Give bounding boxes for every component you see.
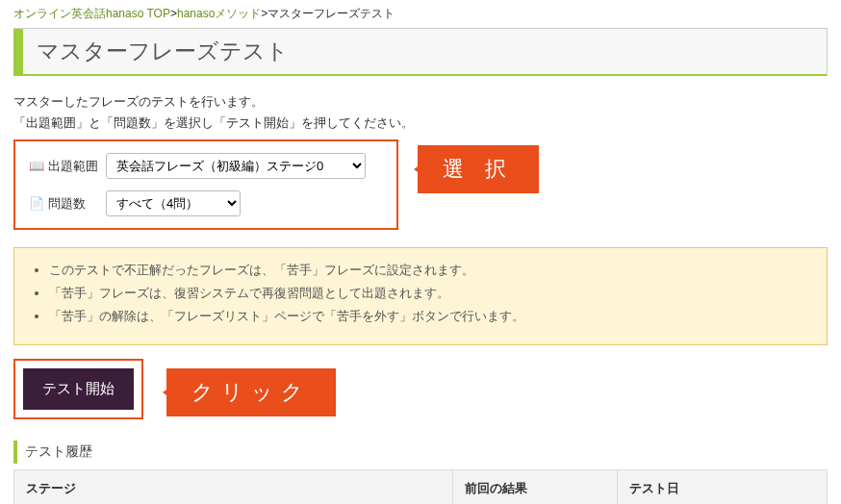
breadcrumb-sep: > <box>170 7 177 20</box>
range-label: 📖 出題範囲 <box>29 158 106 175</box>
book-icon: 📖 <box>29 159 44 173</box>
description: マスターしたフレーズのテストを行います。 「出題範囲」と「問題数」を選択し「テス… <box>0 86 841 139</box>
callout-select: 選 択 <box>418 145 539 193</box>
count-label: 📄 問題数 <box>29 195 106 213</box>
page-title-wrap: マスターフレーズテスト <box>13 28 828 76</box>
info-item: 「苦手」フレーズは、復習システムで再復習問題として出題されます。 <box>49 285 809 302</box>
title-accent-bar <box>13 29 23 74</box>
selection-form-box: 📖 出題範囲 英会話フレーズ（初級編）ステージ0 📄 問題数 すべて（4問） <box>13 139 398 230</box>
history-header-result: 前回の結果 <box>453 470 618 504</box>
breadcrumb-current: マスターフレーズテスト <box>268 7 395 20</box>
range-select[interactable]: 英会話フレーズ（初級編）ステージ0 <box>106 153 366 179</box>
description-line2: 「出題範囲」と「問題数」を選択し「テスト開始」を押してください。 <box>13 113 828 134</box>
breadcrumb-method[interactable]: hanasoメソッド <box>177 7 261 20</box>
start-button-box: テスト開始 <box>13 359 143 419</box>
history-header-date: テスト日 <box>618 470 828 504</box>
callout-click: クリック <box>166 368 336 416</box>
count-select[interactable]: すべて（4問） <box>106 190 241 216</box>
info-box: このテストで不正解だったフレーズは、「苦手」フレーズに設定されます。 「苦手」フ… <box>13 247 828 345</box>
start-test-button[interactable]: テスト開始 <box>23 368 134 410</box>
breadcrumb-top[interactable]: オンライン英会話hanaso TOP <box>13 7 170 20</box>
page-title: マスターフレーズテスト <box>23 29 302 74</box>
document-icon: 📄 <box>29 196 44 211</box>
history-table: ステージ 前回の結果 テスト日 英会話フレーズ（初級編）ステージ0 3/4 20… <box>13 469 828 504</box>
description-line1: マスターしたフレーズのテストを行います。 <box>13 91 828 113</box>
info-item: このテストで不正解だったフレーズは、「苦手」フレーズに設定されます。 <box>49 262 809 279</box>
breadcrumb: オンライン英会話hanaso TOP>hanasoメソッド>マスターフレーズテス… <box>0 0 841 28</box>
history-header-stage: ステージ <box>14 470 453 504</box>
history-title: テスト履歴 <box>13 441 828 464</box>
info-item: 「苦手」の解除は、「フレーズリスト」ページで「苦手を外す」ボタンで行います。 <box>49 308 809 325</box>
